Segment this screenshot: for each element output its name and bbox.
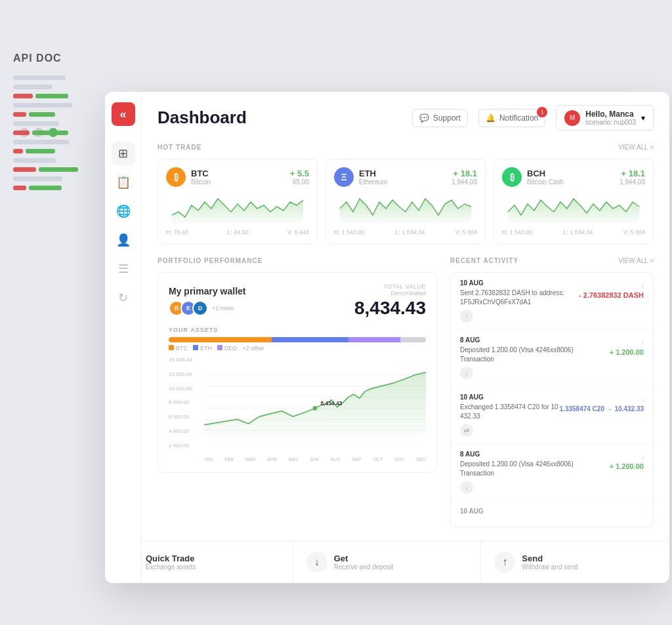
hot-trade-grid: ₿ BTC Bitcoin + 5.5 65.00: [158, 159, 654, 244]
portfolio-label: PORTFOLIO PERFORMANCE: [158, 257, 262, 264]
svg-point-6: [313, 406, 318, 411]
hot-trade-header: HOT TRADE VIEW ALL >: [158, 144, 654, 151]
sidebar: ⊞ 📋 🌐 👤 ☰ ↻: [105, 92, 142, 583]
activity-desc-1: Sent 2.76382832 DASH to address: 1F5JRxC…: [460, 289, 578, 307]
wallet-coin-dash: D: [192, 300, 208, 316]
quick-trade-label: Quick Trade: [146, 554, 196, 563]
send-button[interactable]: ↑ Send Withdraw and send: [481, 541, 669, 583]
chevron-down-icon: ▾: [641, 113, 645, 123]
user-avatar: M: [564, 110, 580, 126]
sidebar-item-globe[interactable]: 🌐: [112, 199, 135, 223]
notification-button[interactable]: 🔔 Notification 1: [478, 109, 545, 127]
bch-symbol: BCH: [527, 169, 564, 178]
assets-label: YOUR ASSETS: [169, 327, 426, 333]
user-sub: scenario: nup003: [585, 119, 636, 126]
support-icon: 💬: [419, 113, 429, 123]
chevron-icon-2: ›: [641, 338, 644, 348]
activity-item-2[interactable]: 8 AUG Deposited 1.200.00 (Visa 4246xx800…: [451, 330, 653, 387]
activity-icon-2: ↓: [460, 367, 473, 380]
btc-value: 65.00: [290, 178, 309, 186]
btc-h: H: 70.43: [166, 229, 188, 235]
user-menu[interactable]: M Hello, Manca scenario: nup003 ▾: [556, 105, 654, 131]
send-label: Send: [522, 554, 578, 563]
bch-name: Bitcoin Cash: [527, 178, 564, 186]
sidebar-item-profile[interactable]: 👤: [112, 228, 135, 252]
bottom-actions: ⇄ Quick Trade Exchange assets ↓ Get Rece…: [105, 540, 669, 583]
trade-card-eth[interactable]: Ξ ETH Ethereum + 18.1 1,944.03: [326, 159, 486, 244]
activity-icon-3: ⇄: [460, 424, 473, 437]
btc-icon: ₿: [166, 167, 186, 187]
chart-svg-area: 8,434.43: [204, 357, 426, 449]
asset-seg-ddd: [348, 337, 400, 342]
activity-amount-2: + 1.200.00: [610, 348, 644, 356]
hot-trade-view-all[interactable]: VIEW ALL >: [618, 144, 654, 151]
asset-label-ddd: DDD: [217, 345, 238, 352]
sidebar-item-dashboard[interactable]: ⊞: [112, 142, 135, 165]
activity-item-5[interactable]: 10 AUG ›: [451, 501, 653, 527]
activity-amount-1: - 2.76382832 DASH: [579, 291, 644, 299]
asset-label-eth: ETH: [193, 345, 212, 352]
activity-amount-4: + 1.200.00: [610, 462, 644, 470]
asset-bar-labels: BTC ETH DDD +2 other: [169, 345, 426, 352]
get-label: Get: [334, 554, 394, 563]
activity-date-5: 10 AUG: [460, 508, 637, 515]
eth-h: H: 1 543.00: [334, 229, 365, 235]
chart-y-labels: 15 436.43 12 000.00 10 000.00 8 000.00 6…: [169, 357, 201, 449]
activity-date-1: 10 AUG: [460, 279, 579, 287]
send-sub: Withdraw and send: [522, 563, 578, 571]
get-icon: ↓: [306, 552, 327, 573]
activity-label: RECENT ACTIVITY: [450, 257, 518, 264]
eth-name: Ethereum: [359, 178, 387, 186]
get-button[interactable]: ↓ Get Receive and deposit: [293, 541, 482, 583]
activity-date-2: 8 AUG: [460, 336, 610, 344]
bch-l: L: 1 034.34: [563, 229, 593, 235]
activity-desc-3: Exchanged 1.3358474 C20 for 10 432.33: [460, 403, 560, 421]
hot-trade-label: HOT TRADE: [158, 144, 201, 151]
header-actions: 💬 Support 🔔 Notification 1 M Hello, Manc…: [412, 105, 654, 131]
btc-symbol: BTC: [191, 169, 211, 178]
bch-v: V: 5 004: [623, 229, 645, 235]
portfolio-chart: 15 436.43 12 000.00 10 000.00 8 000.00 6…: [169, 357, 426, 462]
eth-change: + 18.1: [452, 169, 477, 178]
support-label: Support: [433, 113, 461, 123]
activity-item-4[interactable]: 8 AUG Deposited 1.200.00 (Visa 4246xx800…: [451, 444, 653, 501]
asset-seg-eth: [272, 337, 349, 342]
eth-value: 1,944.03: [452, 178, 477, 186]
activity-desc-2: Deposited 1.200.00 (Visa 4246xx8006) Tra…: [460, 346, 578, 364]
activity-item-3[interactable]: 10 AUG Exchanged 1.3358474 C20 for 10 43…: [451, 387, 653, 444]
asset-seg-other: [400, 337, 426, 342]
asset-bar: [169, 337, 426, 342]
main-card: ⊞ 📋 🌐 👤 ☰ ↻ Dashboard 💬 Support 🔔 Notifi…: [105, 92, 669, 583]
activity-panel: 10 AUG Sent 2.76382832 DASH to address: …: [450, 272, 654, 527]
eth-l: L: 1 034.34: [395, 229, 425, 235]
sidebar-item-list[interactable]: ☰: [112, 257, 135, 281]
chevron-icon-3: ›: [641, 395, 644, 405]
sidebar-logo[interactable]: [112, 102, 135, 126]
svg-text:8,434.43: 8,434.43: [320, 400, 342, 407]
activity-item-1[interactable]: 10 AUG Sent 2.76382832 DASH to address: …: [451, 273, 653, 330]
btc-name: Bitcoin: [191, 178, 211, 186]
support-button[interactable]: 💬 Support: [412, 109, 468, 127]
send-icon: ↑: [494, 552, 515, 573]
bch-value: 1,944.03: [620, 178, 645, 186]
sidebar-item-history[interactable]: ↻: [112, 286, 135, 310]
asset-label-btc: BTC: [169, 345, 188, 352]
page-header: Dashboard 💬 Support 🔔 Notification 1 M H…: [158, 105, 654, 131]
sidebar-item-calendar[interactable]: 📋: [112, 171, 135, 194]
portfolio-section: PORTFOLIO PERFORMANCE My primary wallet …: [158, 257, 437, 527]
eth-icon: Ξ: [334, 167, 354, 187]
bch-h: H: 1 543.00: [502, 229, 533, 235]
trade-card-btc[interactable]: ₿ BTC Bitcoin + 5.5 65.00: [158, 159, 318, 244]
trade-card-bch[interactable]: ₿ BCH Bitcoin Cash + 18.1 1,944.03: [494, 159, 654, 244]
total-sublabel: Denominated: [354, 290, 426, 296]
user-name: Hello, Manca: [585, 110, 636, 119]
chart-x-labels: JAN FEB MAR APR MAY JUN AUG SEP OCT NOV …: [204, 457, 426, 462]
activity-date-4: 8 AUG: [460, 451, 610, 458]
activity-view-all[interactable]: VIEW ALL >: [618, 257, 654, 264]
activity-amount-3: 1.3358474 C20 → 10.432.33: [560, 405, 644, 413]
chevron-icon-5: ›: [641, 510, 644, 519]
eth-v: V: 5 004: [455, 229, 477, 235]
api-doc-label: API DOC: [13, 52, 131, 64]
recent-activity-section: RECENT ACTIVITY VIEW ALL > 10 AUG Sent 2…: [450, 257, 654, 527]
notification-badge: 1: [537, 107, 547, 117]
